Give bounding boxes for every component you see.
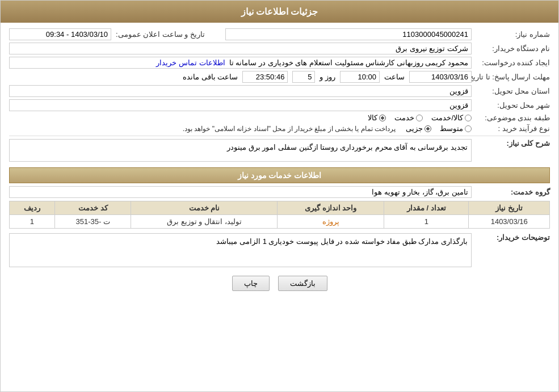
radio-label-kala-khadamat: کالا/خدمت [431, 113, 463, 122]
row-sharh: شرح کلی نیاز: تجدید برقرسانی به آقای محر… [9, 139, 550, 162]
page-title: جزئیات اطلاعات نیاز [241, 7, 318, 16]
page-header: جزئیات اطلاعات نیاز [1, 1, 558, 23]
col-radif: ردیف [10, 201, 55, 215]
page-container: جزئیات اطلاعات نیاز شماره نیاز: 11030000… [0, 0, 559, 392]
content-area: شماره نیاز: 1103000045000241 تاریخ و ساع… [1, 23, 558, 302]
row-mohlet: مهلت ارسال پاسخ: تا تاریخ: 1403/03/16 سا… [9, 71, 550, 83]
ijad-konande-label: ایجاد کننده درخواست: [476, 58, 550, 67]
shomara-niaz-value: 1103000045000241 [225, 28, 472, 40]
cell-tedad: 1 [384, 215, 469, 229]
cell-code-khadamat: ت -35-351 [54, 215, 131, 229]
ittila-tamaas-link[interactable]: اطلاعات تماس خریدار [156, 58, 225, 67]
nav-farayand-radio-group: متوسط جزیی [406, 124, 472, 133]
tarikh-elaan-value: 1403/03/10 - 09:34 [9, 28, 111, 40]
roz-label: روز و [320, 73, 335, 81]
row-tabaqe: طبقه بندی موضوعی: کالا/خدمت خدمت کالا [9, 113, 550, 122]
row-nam-dastgah: نام دستگاه خریدار: شرکت توزیع نیروی برق [9, 43, 550, 54]
radio-circle-motavaset [465, 125, 472, 132]
nam-dastgah-value: شرکت توزیع نیروی برق [9, 43, 472, 54]
row-nav-farayand: نوع فرآیند خرید : متوسط جزیی پرداخت تمام… [9, 124, 550, 133]
cell-vahed: پروژه [278, 215, 384, 229]
cell-radif: 1 [10, 215, 55, 229]
tabaqe-radio-group: کالا/خدمت خدمت کالا [368, 113, 472, 122]
table-row: 1403/03/16 1 پروژه تولید، انتقال و توزیع… [10, 215, 550, 229]
shahr-label: شهر محل تحویل: [476, 101, 550, 109]
radio-circle-khadamat [416, 115, 423, 121]
nam-dastgah-label: نام دستگاه خریدار: [476, 44, 550, 53]
radio-khadamat: خدمت [394, 113, 423, 122]
cell-tarikh: 1403/03/16 [469, 215, 550, 229]
radio-circle-jozi [424, 125, 431, 132]
tarikh-mohlet-value: 1403/03/16 [409, 71, 472, 83]
saat-value: 10:00 [340, 71, 380, 83]
gorohe-khadamat-label: گروه خدمت: [476, 188, 550, 196]
shomara-niaz-label: شماره نیاز: [476, 30, 550, 39]
sharh-value: تجدید برقرسانی به آقای محرم برخورداری رو… [9, 139, 472, 162]
separator1 [9, 136, 550, 136]
radio-kala-khadamat: کالا/خدمت [431, 113, 472, 122]
saat-label: ساعت [384, 73, 405, 81]
ostan-value: قزوین [9, 85, 472, 97]
ostan-label: استان محل تحویل: [476, 87, 550, 95]
radio-label-motavaset: متوسط [440, 124, 463, 133]
col-code-khadamat: کد خدمت [54, 201, 131, 215]
gorohe-khadamat-value: تامین برق، گاز، بخار و تهویه هوا [9, 186, 472, 198]
tabaqe-label: طبقه بندی موضوعی: [476, 113, 550, 122]
nav-farayand-label: نوع فرآیند خرید : [476, 124, 550, 133]
radio-label-kala: کالا [368, 113, 377, 122]
remaining-label: ساعت باقی مانده [183, 73, 238, 81]
shahr-value: قزوین [9, 99, 472, 111]
mohlet-label: مهلت ارسال پاسخ: تا تاریخ: [476, 73, 550, 81]
services-table: تاریخ نیاز تعداد / مقدار واحد اندازه گیر… [9, 201, 550, 229]
radio-label-khadamat: خدمت [394, 113, 414, 122]
col-tedad: تعداد / مقدار [384, 201, 469, 215]
tosihhat-label: توضیحات خریدار: [476, 233, 550, 242]
button-row: بازگشت چاپ [9, 267, 550, 297]
row-ostan: استان محل تحویل: قزوین [9, 85, 550, 97]
radio-motavaset: متوسط [440, 124, 472, 133]
radio-kala: کالا [368, 113, 386, 122]
sharh-label: شرح کلی نیاز: [476, 139, 550, 147]
col-name-khadamat: نام خدمت [131, 201, 278, 215]
back-button[interactable]: بازگشت [278, 276, 327, 291]
radio-jozi: جزیی [406, 124, 431, 133]
nav-description: پرداخت تمام یا بخشی از مبلغ خریدار از مح… [183, 125, 396, 133]
remaining-value: 23:50:46 [242, 71, 288, 83]
col-tarikh: تاریخ نیاز [469, 201, 550, 215]
print-button[interactable]: چاپ [232, 276, 270, 291]
row-gorohe-khadamat: گروه خدمت: تامین برق، گاز، بخار و تهویه … [9, 186, 550, 198]
row-tosihhat: توضیحات خریدار: بارگذاری مدارک طبق مفاد … [9, 233, 550, 267]
row-ijad-konande: ایجاد کننده درخواست: محمود کریمی روزبهان… [9, 57, 550, 69]
section-khadamat-title: اطلاعات خدمات مورد نیاز [9, 167, 550, 183]
roz-value: 5 [292, 71, 315, 83]
radio-circle-kala-khadamat [465, 115, 472, 121]
radio-circle-kala [379, 115, 386, 121]
tarikh-elaan-label: تاریخ و ساعت اعلان عمومی: [116, 30, 205, 39]
tosihhat-value: بارگذاری مدارک طبق مفاد خواسته شده در فا… [9, 233, 472, 267]
row-shahr: شهر محل تحویل: قزوین [9, 99, 550, 111]
cell-name-khadamat: تولید، انتقال و توزیع برق [131, 215, 278, 229]
radio-label-jozi: جزیی [406, 124, 423, 133]
ijad-konande-value: محمود کریمی روزبهانی کارشناس مسئولیت است… [9, 57, 472, 69]
col-vahed: واحد اندازه گیری [278, 201, 384, 215]
row-shomara: شماره نیاز: 1103000045000241 تاریخ و ساع… [9, 28, 550, 40]
